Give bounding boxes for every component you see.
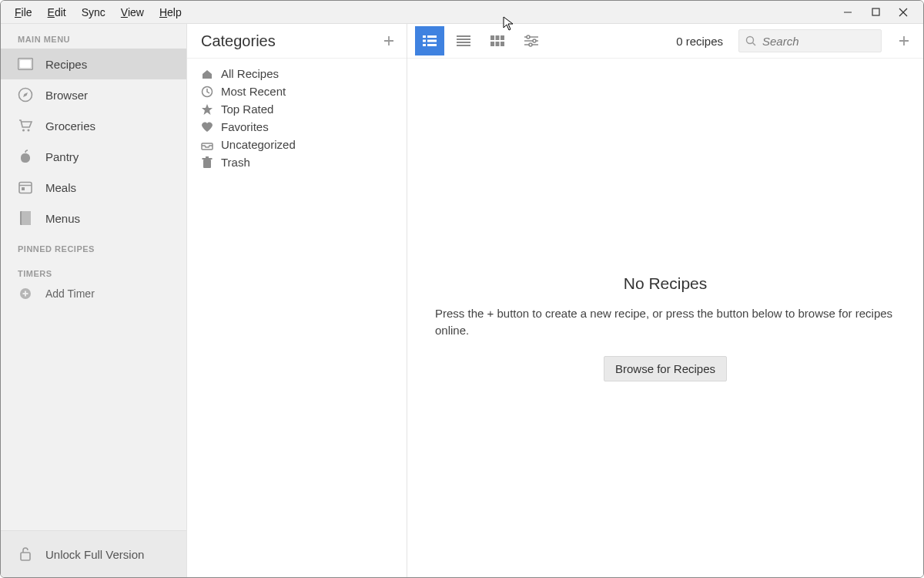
categories-panel: Categories All Recipes Most Recent Top R… [187, 24, 407, 577]
svg-rect-18 [21, 553, 30, 560]
menu-sync[interactable]: Sync [74, 3, 113, 22]
svg-rect-35 [457, 42, 470, 43]
svg-rect-5 [20, 60, 31, 68]
view-settings-button[interactable] [517, 26, 546, 55]
svg-rect-30 [427, 40, 437, 42]
svg-rect-25 [203, 158, 213, 160]
star-icon [201, 103, 213, 116]
sidebar-item-label: Menus [45, 212, 80, 225]
svg-rect-12 [22, 187, 25, 190]
sidebar-item-label: Browser [45, 89, 88, 102]
main-pane: 0 recipes No Recipes Press the + button … [407, 24, 923, 577]
svg-rect-14 [22, 211, 31, 225]
svg-rect-24 [203, 160, 211, 168]
categories-header: Categories [187, 24, 407, 59]
categories-list: All Recipes Most Recent Top Rated Favori… [187, 59, 407, 177]
category-trash[interactable]: Trash [192, 153, 402, 171]
svg-rect-28 [427, 35, 437, 38]
calendar-icon [18, 180, 33, 195]
view-list-compact-button[interactable] [449, 26, 478, 55]
menu-edit[interactable]: Edit [40, 3, 74, 22]
category-label: All Recipes [221, 67, 279, 80]
menu-file[interactable]: File [7, 3, 40, 22]
view-grid-button[interactable] [483, 26, 512, 55]
recipe-card-icon [18, 56, 33, 72]
svg-rect-41 [496, 42, 500, 46]
svg-rect-10 [19, 183, 32, 193]
sidebar-item-label: Recipes [45, 58, 87, 71]
svg-rect-26 [206, 156, 209, 158]
view-list-detailed-button[interactable] [415, 26, 444, 55]
category-label: Most Recent [221, 85, 286, 98]
add-category-button[interactable] [379, 31, 399, 51]
category-favorites[interactable]: Favorites [192, 118, 402, 136]
sidebar-item-browser[interactable]: Browser [1, 79, 186, 110]
tray-icon [201, 139, 213, 151]
unlock-label: Unlock Full Version [45, 548, 144, 561]
svg-point-48 [529, 43, 532, 46]
svg-rect-31 [423, 44, 426, 46]
close-button[interactable] [889, 2, 917, 23]
sidebar-item-meals[interactable]: Meals [1, 172, 186, 203]
category-top-rated[interactable]: Top Rated [192, 100, 402, 118]
sidebar-item-label: Meals [45, 181, 76, 194]
category-label: Top Rated [221, 102, 273, 116]
cart-icon [18, 118, 33, 133]
compass-icon [18, 87, 33, 102]
svg-rect-37 [490, 35, 494, 40]
category-label: Favorites [221, 120, 269, 133]
category-all-recipes[interactable]: All Recipes [192, 65, 402, 82]
svg-rect-33 [457, 35, 470, 37]
sidebar-item-groceries[interactable]: Groceries [1, 110, 186, 141]
menubar: File Edit Sync View Help [1, 1, 923, 24]
sidebar-item-recipes[interactable]: Recipes [1, 49, 186, 79]
svg-rect-27 [423, 35, 426, 38]
category-label: Trash [221, 156, 250, 169]
sidebar-item-menus[interactable]: Menus [1, 203, 186, 234]
sidebar-item-pantry[interactable]: Pantry [1, 141, 186, 172]
empty-message: Press the + button to create a new recip… [435, 305, 896, 339]
sidebar-item-label: Pantry [45, 150, 79, 163]
menu-help[interactable]: Help [152, 3, 189, 22]
browse-for-recipes-button[interactable]: Browse for Recipes [604, 356, 727, 381]
sidebar-heading-timers: TIMERS [1, 258, 186, 283]
search-icon [745, 35, 756, 46]
heart-icon [201, 121, 213, 133]
sidebar-item-label: Groceries [45, 119, 95, 133]
empty-title: No Recipes [435, 274, 896, 293]
category-label: Uncategorized [221, 138, 296, 151]
svg-rect-38 [496, 35, 500, 40]
svg-rect-32 [427, 44, 437, 46]
sidebar: MAIN MENU Recipes Browser Groceries Pant… [1, 24, 187, 577]
trash-icon [201, 156, 213, 169]
sidebar-item-label: Add Timer [45, 287, 95, 300]
svg-rect-40 [490, 42, 494, 46]
svg-point-8 [22, 129, 25, 132]
svg-marker-7 [23, 92, 28, 97]
recipe-count: 0 recipes [676, 35, 723, 48]
home-icon [201, 68, 213, 80]
recipes-toolbar: 0 recipes [407, 24, 923, 59]
svg-point-44 [527, 35, 530, 39]
categories-title: Categories [201, 32, 379, 50]
add-recipe-button[interactable] [892, 29, 916, 52]
search-input[interactable] [761, 34, 875, 49]
svg-point-49 [747, 37, 754, 44]
search-box[interactable] [738, 29, 882, 52]
unlock-full-version[interactable]: Unlock Full Version [1, 530, 186, 577]
svg-rect-29 [423, 40, 426, 42]
sidebar-heading-main: MAIN MENU [1, 24, 186, 49]
svg-point-46 [533, 39, 536, 42]
minimize-button[interactable] [834, 2, 862, 23]
apple-icon [18, 149, 33, 164]
category-uncategorized[interactable]: Uncategorized [192, 136, 402, 153]
svg-rect-39 [500, 35, 504, 40]
svg-rect-34 [457, 39, 470, 40]
svg-rect-1 [872, 8, 879, 15]
book-icon [18, 210, 33, 226]
sidebar-item-add-timer[interactable]: Add Timer [1, 283, 186, 304]
category-most-recent[interactable]: Most Recent [192, 82, 402, 100]
window-controls [834, 2, 917, 23]
maximize-button[interactable] [862, 2, 889, 23]
menu-view[interactable]: View [113, 3, 152, 22]
